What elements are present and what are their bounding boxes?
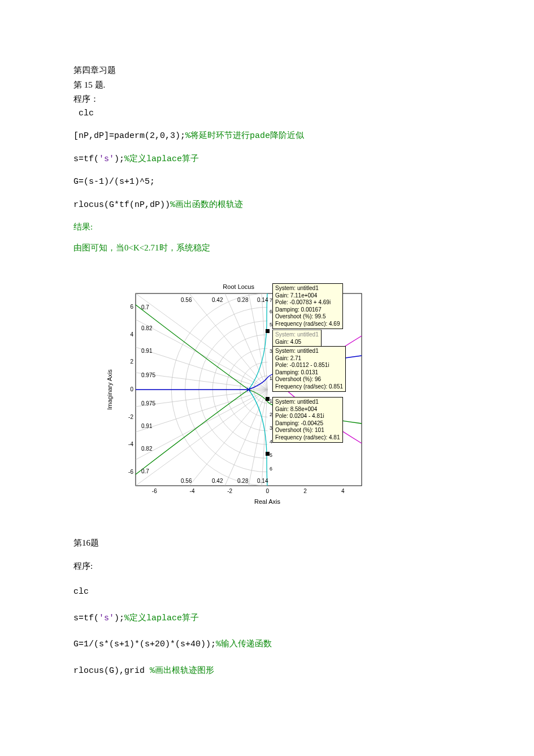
datatip-1-marker	[266, 329, 270, 333]
chart-title: Root Locus	[223, 283, 254, 290]
datatip-4: System: untitled1 Gain: 8.58e+004 Pole: …	[272, 397, 343, 443]
document-page: 第四章习题 第 15 题. 程序： clc [nP,dP]=paderm(2,0…	[0, 0, 534, 713]
root-locus-figure: -6 -4 -2 0 2 4 -6 -4 -2 0 2 4 6	[96, 271, 407, 520]
code-stf-2: s=tf('s');%定义laplace算子	[73, 612, 461, 625]
svg-text:0.14: 0.14	[257, 297, 268, 303]
svg-text:0.7: 0.7	[141, 468, 149, 474]
svg-text:0.975: 0.975	[141, 400, 155, 407]
svg-text:0.42: 0.42	[212, 297, 223, 303]
svg-text:0: 0	[266, 488, 270, 494]
program-label-2: 程序:	[73, 560, 461, 573]
svg-text:6: 6	[130, 304, 133, 310]
svg-text:0.14: 0.14	[257, 478, 268, 484]
code-stf: s=tf('s');%定义laplace算子	[73, 153, 461, 166]
svg-text:0.7: 0.7	[141, 304, 149, 310]
svg-text:0.91: 0.91	[141, 423, 153, 429]
svg-text:2: 2	[303, 488, 307, 494]
code-g: G=(s-1)/(s+1)^5;	[73, 176, 461, 189]
rlocus-svg: -6 -4 -2 0 2 4 -6 -4 -2 0 2 4 6	[96, 271, 407, 520]
svg-text:0.56: 0.56	[181, 478, 192, 484]
svg-text:-2: -2	[227, 488, 232, 494]
svg-text:0.56: 0.56	[181, 297, 192, 303]
svg-text:-4: -4	[190, 488, 195, 494]
question-16-title: 第16题	[73, 537, 461, 550]
svg-text:0.28: 0.28	[237, 297, 249, 303]
svg-text:6: 6	[270, 466, 272, 472]
svg-text:0.975: 0.975	[141, 372, 155, 378]
datatip-2: System: untitled1 Gain: 4.05	[272, 330, 322, 347]
question-15-title: 第 15 题.	[73, 79, 461, 92]
svg-text:-2: -2	[128, 414, 133, 420]
datatip-1: System: untitled1 Gain: 7.11e+004 Pole: …	[272, 283, 343, 329]
svg-text:0.91: 0.91	[141, 348, 153, 354]
svg-text:0.28: 0.28	[237, 478, 249, 484]
svg-text:5: 5	[270, 452, 272, 458]
program-label: 程序：	[73, 93, 461, 106]
code-rlocus: rlocus(G*tf(nP,dP))%画出函数的根轨迹	[73, 199, 461, 212]
code-clc-2: clc	[73, 586, 461, 599]
code-rlocus-2: rlocus(G),grid %画出根轨迹图形	[73, 665, 461, 678]
svg-text:-6: -6	[128, 469, 133, 475]
svg-text:-6: -6	[152, 488, 157, 494]
svg-text:4: 4	[130, 331, 133, 338]
x-axis-label: Real Axis	[254, 498, 280, 505]
svg-text:2: 2	[130, 358, 133, 365]
svg-text:0.82: 0.82	[141, 325, 153, 331]
svg-text:0.42: 0.42	[212, 478, 223, 484]
datatip-3-marker	[266, 397, 270, 401]
code-pade: [nP,dP]=paderm(2,0,3);%将延时环节进行pade降阶近似	[73, 130, 461, 143]
result-label: 结果:	[73, 221, 461, 234]
svg-text:0: 0	[130, 386, 133, 392]
datatip-3: System: untitled1 Gain: 2.71 Pole: -0.01…	[272, 346, 346, 392]
code-clc: clc	[73, 107, 461, 120]
code-g2: G=1/(s*(s+1)*(s+20)*(s+40));%输入传递函数	[73, 638, 461, 651]
chapter-title: 第四章习题	[73, 64, 461, 77]
svg-text:4: 4	[341, 488, 345, 494]
svg-text:-4: -4	[128, 441, 133, 447]
conclusion-text: 由图可知，当0<K<2.71时，系统稳定	[73, 241, 461, 254]
datatip-4-marker	[266, 452, 270, 456]
svg-text:0.82: 0.82	[141, 446, 153, 452]
y-axis-label: Imaginary Axis	[106, 369, 113, 410]
